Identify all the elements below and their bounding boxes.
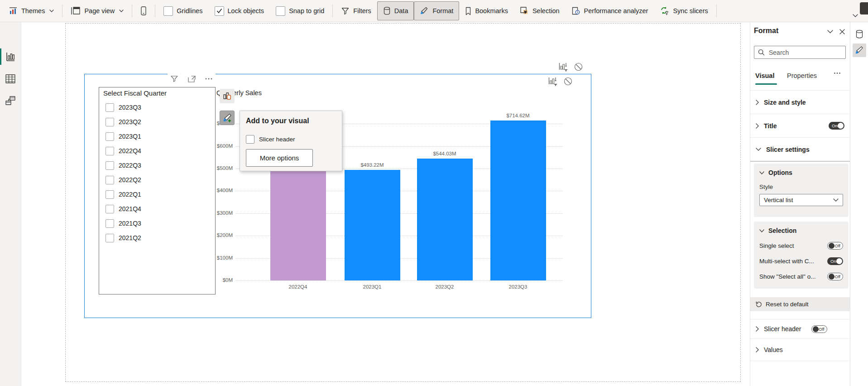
- slicer-item[interactable]: 2023Q2: [106, 115, 141, 129]
- y-axis-tick-label: $400M: [201, 188, 233, 193]
- slicer-header-option[interactable]: Slicer header: [246, 135, 295, 144]
- selection-card-header[interactable]: Selection: [759, 227, 843, 234]
- slicer-item-checkbox[interactable]: [106, 190, 114, 199]
- data-view-button[interactable]: [0, 70, 21, 87]
- slicer-item-label: 2022Q2: [119, 176, 141, 183]
- bookmarks-button[interactable]: Bookmarks: [459, 1, 514, 20]
- window-corner-button[interactable]: [860, 2, 868, 14]
- performance-analyzer-button[interactable]: Performance analyzer: [566, 1, 654, 20]
- model-view-button[interactable]: [0, 92, 21, 110]
- slicer-header-checkbox[interactable]: [246, 135, 254, 144]
- page-visual-header-icons: [558, 62, 583, 72]
- slicer-item[interactable]: 2021Q3: [106, 216, 141, 231]
- y-axis-tick-label: $0M: [201, 277, 233, 283]
- style-dropdown[interactable]: Vertical list: [759, 194, 843, 206]
- chevron-down-icon: [756, 148, 761, 151]
- collapse-ribbon-chevron-icon[interactable]: [853, 14, 858, 17]
- slicer-item-checkbox[interactable]: [106, 132, 114, 141]
- tabs-more-options-icon[interactable]: [834, 72, 841, 74]
- options-card-header[interactable]: Options: [759, 169, 843, 176]
- slicer-item[interactable]: 2022Q1: [106, 187, 141, 202]
- search-input[interactable]: [768, 48, 838, 57]
- build-visual-button[interactable]: [220, 89, 235, 103]
- slicer-item-checkbox[interactable]: [106, 103, 114, 112]
- section-values[interactable]: Values: [750, 338, 850, 361]
- lock-objects-checkbox[interactable]: [215, 6, 224, 16]
- data-pane-button[interactable]: [853, 27, 866, 41]
- lock-objects-checkbox-button[interactable]: Lock objects: [209, 1, 270, 20]
- themes-button[interactable]: Themes: [3, 1, 60, 20]
- slicer-item-checkbox[interactable]: [106, 176, 114, 184]
- not-allowed-icon[interactable]: [574, 62, 583, 72]
- format-pane-button[interactable]: [853, 43, 866, 57]
- chevron-right-icon: [756, 326, 759, 332]
- tab-properties[interactable]: Properties: [787, 72, 817, 79]
- filters-label: Filters: [353, 7, 371, 14]
- slicer-item[interactable]: 2022Q3: [106, 158, 141, 173]
- filter-icon[interactable]: [170, 75, 178, 83]
- page-view-button[interactable]: Page view: [65, 1, 129, 20]
- slicer-item[interactable]: 2023Q1: [106, 129, 141, 144]
- popout-focus-icon[interactable]: [187, 75, 196, 83]
- bar-2023Q2[interactable]: [417, 159, 473, 280]
- format-button[interactable]: Format: [414, 1, 459, 20]
- data-button[interactable]: Data: [377, 1, 414, 20]
- format-visual-button[interactable]: [220, 111, 235, 125]
- slicer-item-checkbox[interactable]: [106, 205, 114, 213]
- toolbar-divider: [62, 5, 62, 17]
- gridlines-checkbox[interactable]: [163, 6, 173, 16]
- collapse-pane-chevron-icon[interactable]: [827, 30, 833, 34]
- slicer-visual-toolbar: [168, 71, 216, 87]
- bar-2023Q3[interactable]: [490, 121, 546, 280]
- format-search-box[interactable]: [754, 46, 846, 59]
- tab-visual[interactable]: Visual: [755, 72, 774, 79]
- slicer-item[interactable]: 2022Q4: [106, 144, 141, 158]
- more-options-button[interactable]: More options: [246, 149, 313, 167]
- selection-button[interactable]: Selection: [514, 1, 566, 20]
- snap-to-grid-checkbox[interactable]: [276, 6, 285, 16]
- section-slicer-header[interactable]: Slicer header Off: [750, 319, 850, 338]
- slicer-item[interactable]: 2022Q2: [106, 173, 141, 187]
- slicer-item-checkbox[interactable]: [106, 147, 114, 155]
- size-and-style-label: Size and style: [764, 99, 806, 106]
- y-axis-tick-label: $100M: [201, 255, 233, 261]
- format-label: Format: [432, 7, 453, 14]
- more-options-icon[interactable]: [205, 77, 213, 80]
- style-dropdown-value: Vertical list: [764, 197, 793, 203]
- filters-button[interactable]: Filters: [335, 1, 377, 20]
- sync-slicers-button[interactable]: Sync slicers: [654, 1, 714, 20]
- chevron-down-icon: [759, 229, 764, 232]
- slicer-item[interactable]: 2021Q2: [106, 231, 141, 245]
- snap-to-grid-checkbox-button[interactable]: Snap to grid: [270, 1, 330, 20]
- slicer-item[interactable]: 2021Q4: [106, 202, 141, 216]
- slicer-item[interactable]: 2023Q3: [106, 100, 141, 115]
- slicer-header-toggle[interactable]: Off: [811, 325, 827, 333]
- slicer-item-checkbox[interactable]: [106, 219, 114, 228]
- slicer-item-checkbox[interactable]: [106, 118, 114, 126]
- slicer-item-label: 2021Q2: [119, 234, 141, 241]
- visual-filters-icon[interactable]: [548, 77, 558, 86]
- ribbon-toolbar: Themes Page view Gridlines Lock objects …: [0, 0, 868, 22]
- title-toggle[interactable]: On: [829, 122, 844, 130]
- multi-select-toggle[interactable]: On: [827, 257, 843, 265]
- report-view-button[interactable]: [0, 48, 21, 65]
- bar-2023Q1[interactable]: [345, 170, 400, 280]
- section-slicer-settings[interactable]: Slicer settings: [750, 137, 850, 161]
- single-select-toggle[interactable]: Off: [827, 242, 843, 250]
- x-axis-label: 2023Q2: [417, 284, 472, 290]
- slicer-item-checkbox[interactable]: [106, 234, 114, 242]
- gridlines-label: Gridlines: [177, 7, 202, 14]
- reset-to-default-button[interactable]: Reset to default: [750, 297, 850, 311]
- mobile-layout-button[interactable]: [134, 1, 153, 20]
- slicer-item-label: 2022Q4: [119, 147, 141, 154]
- not-allowed-icon[interactable]: [563, 77, 573, 86]
- close-pane-icon[interactable]: [839, 29, 845, 34]
- visual-filters-icon[interactable]: [558, 62, 568, 72]
- slicer-item-checkbox[interactable]: [106, 161, 114, 170]
- show-select-all-toggle[interactable]: Off: [827, 273, 843, 280]
- x-axis-label: 2023Q3: [491, 284, 545, 290]
- section-size-and-style[interactable]: Size and style: [750, 90, 850, 114]
- gridlines-checkbox-button[interactable]: Gridlines: [158, 1, 208, 20]
- slicer-title: Select Fiscal Quarter: [103, 89, 167, 97]
- section-title[interactable]: Title On: [750, 114, 850, 137]
